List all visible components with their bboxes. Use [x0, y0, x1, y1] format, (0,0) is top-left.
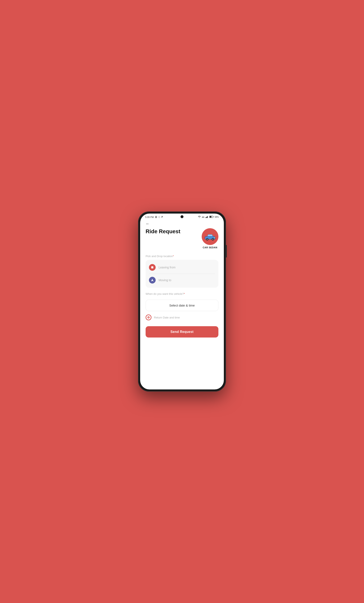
- moving-to-icon: [149, 277, 156, 283]
- svg-rect-12: [214, 237, 215, 238]
- back-arrow-icon: ←: [146, 221, 150, 226]
- header-row: Ride Request: [146, 228, 218, 249]
- status-left: 5:09 PM 🖼 ⬡ P: [145, 216, 163, 218]
- signal-icon: [205, 216, 208, 218]
- svg-rect-6: [210, 216, 211, 218]
- required-marker: *: [173, 255, 174, 258]
- svg-rect-5: [213, 217, 213, 217]
- stop-icon: [151, 266, 154, 269]
- parking-icon: P: [162, 216, 163, 218]
- svg-marker-17: [151, 279, 154, 281]
- time-display: 5:09 PM: [145, 216, 154, 218]
- svg-rect-13: [205, 237, 205, 238]
- pick-drop-label: Pick and Drop location*: [146, 255, 218, 258]
- when-required: *: [184, 292, 185, 295]
- location-card: Leaving from Moving to: [146, 260, 218, 288]
- svg-rect-1: [206, 217, 207, 218]
- leaving-from-text: Leaving from: [159, 266, 176, 269]
- status-right: 4G 58%: [198, 216, 219, 218]
- return-date-text: Return Date and time: [154, 316, 180, 319]
- camera-notch: [181, 215, 183, 218]
- moving-to-text: Moving to: [159, 278, 171, 282]
- battery-percent: 58%: [215, 216, 219, 218]
- return-date-row[interactable]: Return Date and time: [146, 314, 218, 320]
- wifi-icon: [198, 216, 201, 218]
- leaving-from-row[interactable]: Leaving from: [149, 261, 215, 274]
- car-sedan-icon: [204, 233, 216, 241]
- signal-bars: 4G: [202, 216, 204, 218]
- return-icon-inner: [147, 316, 150, 318]
- date-time-picker[interactable]: Select date & time: [146, 300, 218, 311]
- svg-rect-2: [207, 217, 207, 218]
- send-request-button[interactable]: Send Request: [146, 326, 218, 337]
- car-badge: CAR SEDAN: [202, 228, 218, 249]
- battery-icon: [210, 216, 214, 218]
- navigation-arrow-icon: [151, 279, 154, 282]
- screen-content: ← Ride Request: [140, 219, 224, 389]
- phone-frame: 5:09 PM 🖼 ⬡ P 4G 58%: [138, 211, 226, 392]
- svg-rect-16: [151, 266, 153, 268]
- leaving-icon: [149, 264, 156, 271]
- phone-screen: 5:09 PM 🖼 ⬡ P 4G 58%: [140, 214, 224, 389]
- return-date-icon: [146, 314, 152, 320]
- when-label: When do you want this vehicle?*: [146, 292, 218, 295]
- moving-to-row[interactable]: Moving to: [149, 274, 215, 286]
- svg-rect-0: [205, 217, 206, 218]
- car-circle: [202, 228, 218, 245]
- photo-icon: 🖼: [155, 216, 157, 218]
- status-bar: 5:09 PM 🖼 ⬡ P 4G 58%: [140, 214, 224, 219]
- back-button[interactable]: ←: [146, 221, 218, 226]
- page-title: Ride Request: [146, 228, 180, 235]
- when-section: When do you want this vehicle?* Select d…: [146, 292, 218, 311]
- car-label: CAR SEDAN: [203, 246, 217, 249]
- svg-rect-3: [207, 216, 208, 218]
- navigation-icon: ⬡: [158, 216, 160, 218]
